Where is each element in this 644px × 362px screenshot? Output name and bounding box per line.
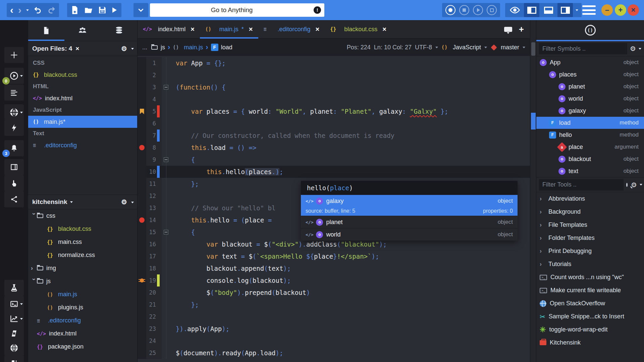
gutter-marker-cell[interactable] (138, 166, 146, 178)
flask-icon[interactable] (4, 280, 24, 296)
symbol-place[interactable]: aplaceargument (536, 141, 644, 153)
chevron-down-icon[interactable]: › (31, 213, 38, 219)
symbol-galaxy[interactable]: ogalaxyobject (536, 105, 644, 117)
fold-cell[interactable] (162, 57, 171, 69)
code-line-24[interactable]: 24 (138, 335, 530, 347)
fold-cell[interactable] (162, 190, 171, 202)
tree-item-css[interactable]: ›css (28, 209, 137, 222)
breadcrumb-symbol[interactable]: load (221, 44, 232, 51)
pointer-hand-icon[interactable] (4, 175, 24, 191)
tool-file-templates[interactable]: ›File Templates (536, 218, 644, 231)
terminal-dropdown-icon[interactable] (20, 303, 23, 305)
trends-dropdown-icon[interactable] (20, 318, 23, 320)
open-file-blackoutcss[interactable]: {}blackout.css (28, 69, 137, 81)
tree-item-blackoutcss[interactable]: {}blackout.css (28, 222, 137, 236)
toggle-left-pane-button[interactable] (524, 3, 539, 17)
tree-item-indexhtml[interactable]: </>index.html (28, 327, 137, 340)
tree-item-pluginsjs[interactable]: ()plugins.js (28, 301, 137, 314)
code-line-21[interactable]: 21 }; (138, 299, 530, 311)
debugger-dropdown-icon[interactable] (20, 75, 23, 77)
save-macro-icon[interactable] (487, 5, 497, 15)
add-button[interactable] (4, 47, 24, 63)
lightning-icon[interactable] (4, 120, 24, 136)
encoding-dropdown-icon[interactable] (435, 47, 438, 48)
gutter-marker-cell[interactable] (138, 214, 146, 226)
forward-button[interactable]: › (18, 5, 21, 15)
window-minimize-button[interactable]: – (601, 4, 613, 16)
scope-dropdown[interactable] (133, 3, 148, 17)
breadcrumb-dots[interactable]: ... (142, 44, 147, 51)
gutter-marker-cell[interactable] (138, 69, 146, 81)
trends-chart-icon[interactable] (4, 311, 24, 327)
code-line-1[interactable]: 1var App = {}; (138, 57, 530, 69)
tab-databases[interactable] (101, 20, 137, 41)
toggle-bottom-pane-button[interactable] (541, 3, 556, 17)
fold-cell[interactable] (162, 130, 171, 142)
notifications-icon[interactable]: 3 (4, 140, 24, 156)
code-line-17[interactable]: 17 var text = $(`<span>Hello ${place}!</… (138, 250, 530, 262)
tab-close-icon[interactable]: × (249, 25, 253, 33)
scrollbar-thumb[interactable] (531, 42, 535, 56)
tree-item-normalizecss[interactable]: {}normalize.css (28, 249, 137, 262)
tool-toggle-word-wrap-edit[interactable]: ✳toggle-word-wrap-edit (536, 323, 644, 336)
fold-cell[interactable] (162, 238, 171, 250)
code-line-6[interactable]: 6 (138, 117, 530, 130)
filter-tools-input[interactable] (539, 179, 624, 191)
terminal-icon[interactable] (4, 296, 24, 312)
tab-close-icon[interactable]: × (316, 25, 320, 33)
completion-world[interactable]: </>oworldobject (301, 228, 518, 241)
redo-button[interactable] (47, 6, 56, 14)
code-line-9[interactable]: 9 { (138, 154, 530, 166)
editor-tab-editorconfig[interactable]: ≡.editorconfig× (258, 20, 325, 38)
editor-tab-mainjs[interactable]: ()main.js*× (200, 20, 258, 38)
new-file-button[interactable] (70, 6, 79, 14)
open-files-gear-icon[interactable]: ⚙ (121, 45, 127, 53)
project-gear-icon[interactable]: ⚙ (121, 198, 127, 206)
share-icon[interactable] (4, 191, 24, 207)
tree-item-js[interactable]: ›js (28, 275, 137, 288)
editor-scrollbar[interactable] (530, 20, 536, 362)
gutter-marker-cell[interactable] (138, 130, 146, 142)
code-line-4[interactable]: 4 (138, 93, 530, 105)
symbol-places[interactable]: oplacesobject (536, 68, 644, 81)
gutter-marker-cell[interactable] (138, 238, 146, 250)
language-dropdown-icon[interactable] (484, 47, 487, 48)
fold-cell[interactable] (162, 117, 171, 130)
gutter-marker-cell[interactable] (138, 202, 146, 214)
preview-eye-icon[interactable] (507, 3, 523, 17)
history-dropdown-icon[interactable] (26, 9, 29, 11)
panel-layout-icon[interactable] (4, 159, 24, 175)
tool-kitchensink[interactable]: Kitchensink (536, 336, 644, 349)
completion-planet[interactable]: </>oplanetobject (301, 216, 518, 228)
web-globe-icon[interactable] (4, 340, 24, 356)
window-close-button[interactable]: × (628, 4, 639, 16)
tree-item-packagejson[interactable]: {}package.json (28, 340, 137, 353)
code-line-19[interactable]: 19 console.log(blackout); (138, 274, 530, 287)
symbols-dropdown-icon[interactable] (639, 48, 641, 50)
fold-cell[interactable] (162, 142, 171, 154)
fold-cell[interactable] (162, 93, 171, 105)
gutter-marker-cell[interactable] (138, 178, 146, 190)
code-line-18[interactable]: 18 blackout.append(text); (138, 262, 530, 274)
play-macro-icon[interactable] (473, 5, 483, 15)
tool-folder-templates[interactable]: ›Folder Templates (536, 231, 644, 245)
fold-cell[interactable] (162, 166, 171, 178)
gutter-marker-cell[interactable] (138, 105, 146, 117)
project-dropdown-icon[interactable] (70, 201, 73, 203)
code-line-22[interactable]: 22 (138, 311, 530, 323)
fold-cell[interactable] (162, 69, 171, 81)
gutter-marker-cell[interactable] (138, 250, 146, 262)
search-info-icon[interactable]: ! (314, 6, 321, 14)
fold-toggle-icon[interactable] (164, 230, 168, 235)
browser-dropdown-icon[interactable] (20, 112, 23, 113)
filter-symbols-input[interactable] (539, 43, 627, 54)
editor-tab-blackoutcss[interactable]: {}blackout.css× (325, 20, 392, 38)
gutter-marker-cell[interactable] (138, 299, 146, 311)
tree-item-maincss[interactable]: {}main.css (28, 236, 137, 249)
gutter-marker-cell[interactable] (138, 190, 146, 202)
breakpoint-icon[interactable] (139, 145, 145, 150)
breadcrumb-folder[interactable]: js (161, 44, 165, 51)
tool-print-debugging[interactable]: ›Print Debugging (536, 245, 644, 258)
gutter-marker-cell[interactable] (138, 117, 146, 130)
status-language[interactable]: JavaScript (453, 44, 481, 51)
